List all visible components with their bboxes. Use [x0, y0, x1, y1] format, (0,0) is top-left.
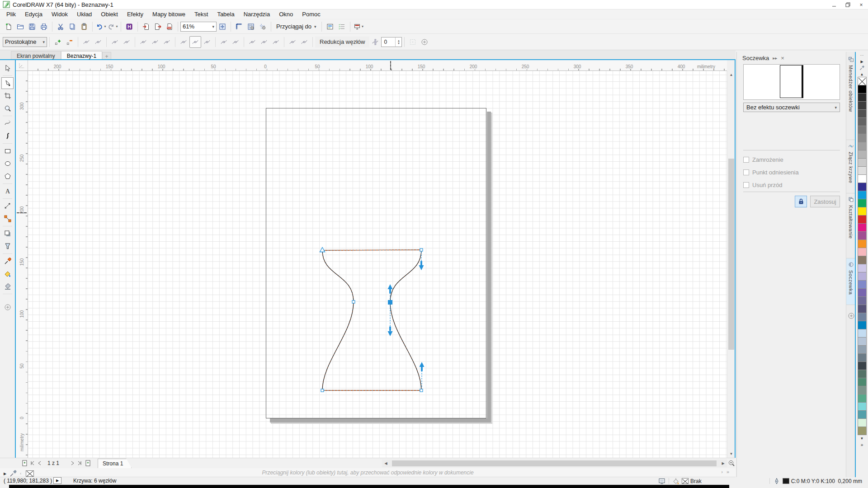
- palette-scroll-down-icon[interactable]: ▼: [856, 435, 868, 441]
- color-swatch[interactable]: [858, 109, 867, 118]
- menu-pomoc[interactable]: Pomoc: [297, 9, 325, 19]
- elastic-mode-button[interactable]: [287, 36, 298, 48]
- page-tab[interactable]: Strona 1: [98, 459, 132, 468]
- palette-grip[interactable]: ···: [856, 52, 868, 58]
- show-rulers-button[interactable]: [233, 21, 245, 33]
- color-swatch[interactable]: [858, 223, 867, 232]
- selected-node[interactable]: [388, 300, 392, 305]
- color-swatch[interactable]: [858, 337, 867, 346]
- docker-collapse-icon[interactable]: ▸▸: [773, 56, 777, 61]
- transparency-tool[interactable]: [1, 240, 14, 252]
- join-nodes-button[interactable]: [80, 36, 92, 48]
- coordinates-toggle-button[interactable]: ▶: [53, 477, 61, 484]
- rotate-skew-nodes-button[interactable]: [230, 36, 241, 48]
- color-swatch[interactable]: [858, 386, 867, 394]
- checkbox[interactable]: [743, 157, 749, 163]
- publish-pdf-button[interactable]: PDF: [164, 21, 175, 33]
- palette-eyedropper-icon[interactable]: [856, 65, 868, 71]
- document-tab-ekran-powitalny[interactable]: Ekran powitalny: [11, 51, 61, 60]
- vertical-scrollbar[interactable]: ▲ ▼: [727, 71, 735, 458]
- color-swatch[interactable]: [858, 402, 867, 411]
- lens-effect-select[interactable]: Bez efektu soczewki ▾: [743, 103, 840, 112]
- reflect-nodes-vertical-button[interactable]: [270, 36, 282, 48]
- minimize-button[interactable]: [827, 0, 841, 9]
- expand-palette-icon[interactable]: »: [726, 469, 729, 474]
- text-tool[interactable]: A: [1, 185, 14, 197]
- selection-mode-select[interactable]: Prostokątne▾: [3, 37, 47, 47]
- copy-button[interactable]: [66, 21, 78, 33]
- color-swatch[interactable]: [858, 370, 867, 378]
- color-swatch[interactable]: [858, 345, 867, 354]
- drawing-object-curve[interactable]: [28, 71, 727, 458]
- crop-tool[interactable]: [1, 90, 14, 102]
- scroll-right-icon[interactable]: ▶: [719, 460, 727, 467]
- scroll-up-icon[interactable]: ▲: [727, 71, 735, 79]
- align-nodes-button[interactable]: [246, 36, 258, 48]
- docker-tab-soczewka[interactable]: Soczewka: [846, 258, 855, 305]
- color-swatch[interactable]: [858, 305, 867, 313]
- color-swatch[interactable]: [858, 231, 867, 240]
- plus-circle-button[interactable]: [419, 36, 430, 48]
- smart-fill-tool[interactable]: [1, 268, 14, 280]
- fill-bucket-icon[interactable]: [672, 477, 680, 485]
- menu-narz-dzia[interactable]: Narzędzia: [239, 9, 275, 19]
- customize-toolbox-button[interactable]: [1, 301, 14, 313]
- color-swatch[interactable]: [858, 215, 867, 224]
- color-swatch[interactable]: [858, 280, 867, 289]
- break-curve-button[interactable]: [92, 36, 104, 48]
- docker-tab-mened-er-obiekt-w[interactable]: Menedżer obiektów: [846, 53, 855, 140]
- flyout-icon[interactable]: ▶: [4, 472, 6, 476]
- convert-to-line-button[interactable]: [109, 36, 121, 48]
- add-node-button[interactable]: [52, 36, 64, 48]
- checkbox-row-punkt-odniesienia[interactable]: Punkt odniesienia: [743, 168, 799, 177]
- select-all-nodes-button[interactable]: [298, 36, 310, 48]
- curve-smoothness-button[interactable]: [369, 36, 381, 48]
- snap-to-select[interactable]: Przyciągaj do▾: [274, 21, 319, 32]
- menu-widok[interactable]: Widok: [47, 9, 72, 19]
- task-settings-button[interactable]: [336, 21, 348, 33]
- open-button[interactable]: [14, 21, 26, 33]
- zoom-level-select[interactable]: 61%▾: [180, 22, 217, 32]
- polygon-tool[interactable]: [1, 170, 14, 182]
- color-swatch[interactable]: [858, 166, 867, 175]
- reduce-nodes-button[interactable]: Redukcja węzłów: [315, 37, 369, 47]
- import-button[interactable]: [140, 21, 152, 33]
- color-swatch[interactable]: [858, 353, 867, 362]
- smooth-node-button[interactable]: [149, 36, 161, 48]
- color-swatch[interactable]: [858, 207, 867, 216]
- cusp-node-button[interactable]: [137, 36, 149, 48]
- horizontal-ruler[interactable]: milimetry 200150100500501001502002503003…: [28, 60, 727, 71]
- interactive-fill-tool[interactable]: [1, 281, 14, 292]
- convert-to-curve-button[interactable]: [121, 36, 132, 48]
- docker-tab-kszta-towanie[interactable]: Kształtowanie: [846, 193, 855, 258]
- quick-zoom-button[interactable]: [728, 459, 735, 467]
- menu-edycja[interactable]: Edycja: [20, 9, 47, 19]
- menu-okno[interactable]: Okno: [274, 9, 297, 19]
- apply-button[interactable]: Zastosuj: [810, 196, 840, 207]
- symmetrical-node-button[interactable]: [161, 36, 173, 48]
- rectangle-tool[interactable]: [1, 145, 14, 157]
- color-swatch[interactable]: [858, 126, 867, 134]
- show-guides-button[interactable]: [257, 21, 269, 33]
- paste-button[interactable]: [78, 21, 90, 33]
- color-swatch[interactable]: [858, 183, 867, 191]
- palette-expand-icon[interactable]: »: [856, 441, 868, 448]
- color-swatch[interactable]: [858, 239, 867, 248]
- color-swatch[interactable]: [858, 191, 867, 199]
- color-swatch[interactable]: [858, 158, 867, 167]
- checkbox-row-zamro-enie[interactable]: Zamrożenie: [743, 155, 783, 164]
- freehand-tool[interactable]: [1, 117, 14, 129]
- color-swatch[interactable]: [858, 394, 867, 403]
- drop-shadow-tool[interactable]: [1, 228, 14, 239]
- color-swatch[interactable]: [858, 256, 867, 264]
- color-eyedropper-tool[interactable]: [1, 255, 14, 267]
- curve-smoothness-spinner[interactable]: 0▲▼: [381, 37, 402, 47]
- cut-button[interactable]: [55, 21, 66, 33]
- scroll-left-small-icon[interactable]: ‹: [20, 471, 21, 476]
- scroll-left-icon[interactable]: ◀: [382, 460, 390, 467]
- eyedropper-icon[interactable]: [9, 469, 17, 478]
- shape-tool[interactable]: [1, 77, 14, 89]
- menu-obiekt[interactable]: Obiekt: [96, 9, 123, 19]
- color-swatch[interactable]: [858, 418, 867, 427]
- document-tab-beznazwy-1[interactable]: Beznazwy-1: [61, 51, 102, 60]
